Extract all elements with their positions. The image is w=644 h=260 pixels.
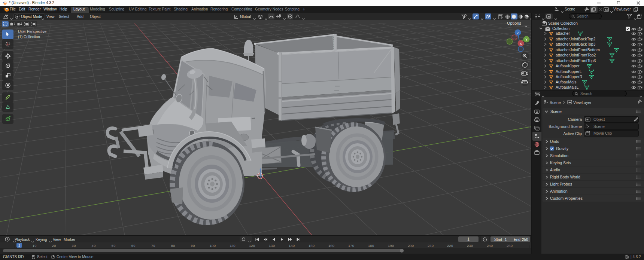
svg-text:Z: Z (517, 31, 519, 35)
svg-text:X: X (520, 42, 522, 46)
svg-text:Y: Y (525, 38, 528, 42)
